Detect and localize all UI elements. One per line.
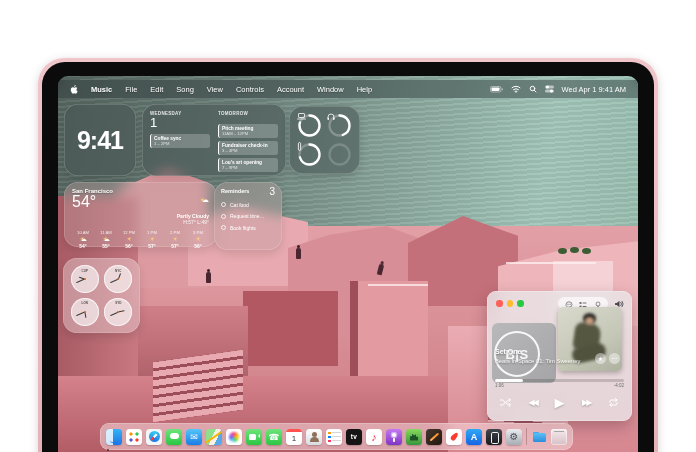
menu-item-window[interactable]: Window [317,85,344,94]
wallpaper-railing [506,262,596,264]
dock-icon-downloads-folder[interactable] [531,429,547,445]
menu-item-controls[interactable]: Controls [236,85,264,94]
zoom-button[interactable] [517,300,524,307]
marketing-stage: Music File Edit Song View Controls Accou… [0,0,696,452]
menu-item-song[interactable]: Song [176,85,194,94]
dock-icon-facetime[interactable] [246,429,262,445]
play-button[interactable] [555,395,565,410]
transport-controls [487,389,632,415]
weather-widget[interactable]: San Francisco 54° ☀☁ Partly Cloudy H:57°… [64,182,217,247]
dock-icon-finder[interactable] [106,429,122,445]
menu-item-help[interactable]: Help [357,85,372,94]
checkbox-circle-icon[interactable] [221,214,226,219]
menu-item-account[interactable]: Account [277,85,304,94]
dock-icon-phone[interactable]: ☎ [266,429,282,445]
battery-icon[interactable] [490,86,503,93]
wallpaper-bush [570,247,579,253]
weather-hour: 2 PM ☀ 57° [164,230,186,249]
world-clock-widget[interactable]: CUP NYC LON [63,258,140,333]
dock-icon-app-store[interactable]: A [466,429,482,445]
dock-icon-settings[interactable]: ⚙ [506,429,522,445]
close-button[interactable] [496,300,503,307]
reminder-text: Book flights [230,225,256,231]
artwork-person [585,317,594,325]
reminders-title: Reminders [221,188,249,194]
dock-divider [526,428,527,445]
control-center-icon[interactable] [545,85,554,93]
calendar-event[interactable]: Coffee sync 1 – 2PM [150,134,210,148]
clock-widget-time: 9:41 [77,126,123,155]
calendar-event[interactable]: Lou's art opening 7 – 9PM [218,158,278,172]
calendar-event[interactable]: Pitch meeting 11AM – 12PM [218,124,278,138]
partly-cloudy-icon: ☀☁ [200,188,209,205]
dock-icon-iphone-mirroring[interactable] [486,429,502,445]
weather-right: ☀☁ Partly Cloudy H:57° L:49° [177,188,209,225]
sun-icon: ☀ [141,235,163,243]
reminder-text: Cat food [230,202,249,208]
dock-icon-trash[interactable] [551,429,567,445]
clock-widget[interactable]: 9:41 [64,104,136,176]
reminder-item[interactable]: Book flights [221,225,275,231]
weather-hour: 11 AM ☀☁ 55° [95,230,117,249]
partly-cloudy-icon: ☀☁ [72,235,94,243]
weather-temperature: 54° [72,194,113,211]
headphones-icon [327,113,352,138]
wifi-icon[interactable] [511,85,521,93]
dock: ✉ ☎ 1 tv ♪ A ⚙ [100,423,573,450]
analog-clock: NYC [104,265,132,293]
checkbox-circle-icon[interactable] [221,202,226,207]
calendar-widget[interactable]: WEDNESDAY 1 Coffee sync 1 – 2PM TOMORROW… [142,104,286,176]
event-time: 7 – 9PM [222,165,275,170]
progress-bar[interactable] [495,379,624,382]
calendar-tomorrow-label: TOMORROW [218,111,278,116]
wallpaper-stairs [153,350,243,423]
dock-icon-rocket-app[interactable] [446,429,462,445]
previous-track-button[interactable] [529,398,537,407]
progress-fill [495,379,523,382]
favorite-star-button[interactable]: ★ [595,353,606,364]
dock-icon-green-app[interactable] [406,429,422,445]
more-options-button[interactable]: ••• [609,353,620,364]
hour-hand [118,310,124,312]
menu-bar-status: Wed Apr 1 9:41 AM [490,85,626,94]
hour-temp: 54° [72,243,94,249]
dock-icon-reminders[interactable] [326,429,342,445]
batteries-widget[interactable] [289,106,360,174]
dock-icon-photos[interactable] [226,429,242,445]
calendar-event[interactable]: Fundraiser check-in 3 – 4PM [218,141,278,155]
dock-icon-contacts[interactable] [306,429,322,445]
dock-icon-launchpad[interactable] [126,429,142,445]
reminders-widget[interactable]: Reminders 3 Cat food Request time… Book … [214,182,282,250]
menu-item-file[interactable]: File [125,85,137,94]
hour-temp: 57° [141,243,163,249]
dock-icon-drawing-app[interactable] [426,429,442,445]
dock-icon-podcasts[interactable] [386,429,402,445]
dock-icon-safari[interactable] [146,429,162,445]
reminder-text: Request time… [230,213,264,219]
next-track-button[interactable] [582,398,590,407]
music-miniplayer-window[interactable]: B|S Set One Beats In Space 01: Tim Sween… [487,291,632,421]
analog-clock: SYD [104,298,132,326]
time-elapsed: 1:06 [495,383,504,388]
menu-item-edit[interactable]: Edit [150,85,163,94]
repeat-button[interactable] [608,398,619,407]
clock-city-label: CUP [71,269,99,273]
shuffle-button[interactable] [500,398,511,407]
menu-item-music[interactable]: Music [91,85,112,94]
menu-datetime[interactable]: Wed Apr 1 9:41 AM [562,85,626,94]
minimize-button[interactable] [507,300,514,307]
reminder-item[interactable]: Request time… [221,213,275,219]
search-icon[interactable] [529,85,537,93]
menu-item-view[interactable]: View [207,85,223,94]
dock-icon-mail[interactable]: ✉ [186,429,202,445]
reminder-item[interactable]: Cat food [221,202,275,208]
checkbox-circle-icon[interactable] [221,225,226,230]
dock-icon-calendar[interactable]: 1 [286,429,302,445]
dock-icon-maps[interactable] [206,429,222,445]
dock-icon-apple-tv[interactable]: tv [346,429,362,445]
calendar-today-column: WEDNESDAY 1 Coffee sync 1 – 2PM [150,111,210,169]
dock-icon-music[interactable]: ♪ [366,429,382,445]
apple-logo-icon[interactable] [70,85,78,94]
dock-icon-messages[interactable] [166,429,182,445]
wallpaper-bush [558,248,567,254]
